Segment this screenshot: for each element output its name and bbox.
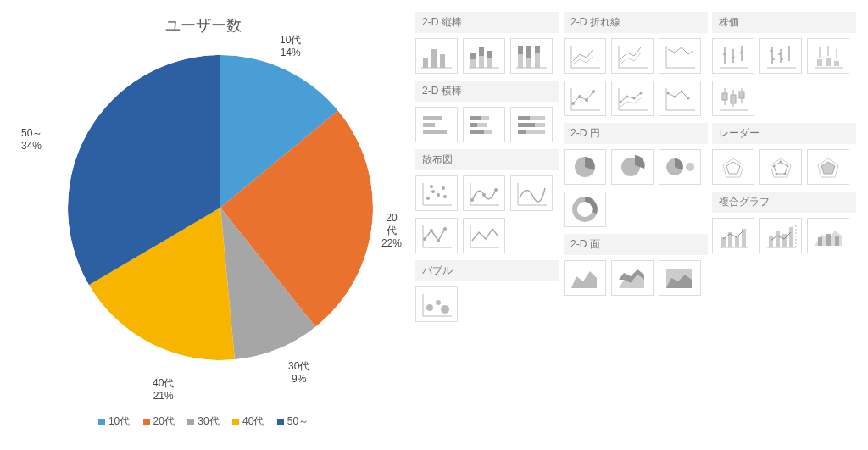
chart-type-scatter-lines[interactable] [415, 218, 458, 253]
section-header-bar2d: 2-D 縦棒 [415, 12, 559, 33]
svg-rect-19 [423, 123, 435, 127]
pie-icon [568, 153, 602, 181]
svg-point-34 [431, 190, 435, 193]
chart-type-scatter-smooth-nomarker[interactable] [510, 175, 553, 211]
svg-marker-97 [726, 162, 740, 174]
chart-type-stacked-column[interactable] [463, 38, 505, 74]
picker-col-3: 株価 レーダー 複合グラフ [712, 8, 856, 260]
chart-type-line-markers[interactable] [564, 81, 606, 116]
svg-point-38 [430, 185, 433, 188]
svg-rect-2 [440, 54, 445, 68]
svg-point-45 [443, 227, 447, 231]
chart-type-stock-ohlc[interactable] [760, 38, 802, 74]
slice-label-40s: 40代21% [153, 377, 174, 403]
chart-type-stacked-line-markers[interactable] [611, 81, 654, 116]
chart-type-100-stacked-line[interactable] [659, 38, 701, 74]
bubble-icon [420, 291, 453, 318]
scatter-icon [420, 180, 453, 207]
bar-chart-icon [420, 42, 453, 69]
chart-type-100-stacked-line-markers[interactable] [659, 81, 701, 116]
svg-point-46 [426, 304, 433, 311]
svg-rect-113 [776, 231, 780, 247]
svg-rect-25 [470, 130, 484, 134]
chart-type-100-stacked-column[interactable] [510, 38, 553, 74]
chart-type-clustered-column[interactable] [415, 38, 458, 74]
picker-col-1: 2-D 縦棒 2-D 横棒 散布図 バブル [415, 8, 559, 329]
svg-point-39 [470, 198, 474, 202]
chart-type-100-stacked-bar[interactable] [510, 107, 553, 142]
svg-point-40 [482, 193, 486, 197]
svg-rect-94 [739, 92, 744, 98]
chart-type-stacked-bar[interactable] [463, 107, 505, 142]
svg-point-33 [426, 197, 430, 200]
svg-rect-9 [487, 58, 492, 68]
chart-type-pie[interactable] [564, 149, 606, 185]
section-header-stock: 株価 [712, 12, 856, 33]
hbar-stacked-icon [467, 111, 501, 138]
chart-type-clustered-bar[interactable] [415, 107, 458, 142]
chart-type-combo-3[interactable] [807, 218, 849, 253]
svg-rect-5 [470, 59, 476, 68]
slice-label-30s: 30代9% [288, 360, 309, 386]
svg-point-57 [667, 92, 670, 95]
slice-label-10s: 10代14% [280, 34, 301, 59]
chart-type-stock-vohlc[interactable] [712, 81, 754, 116]
chart-type-stock-vhlc[interactable] [807, 38, 849, 74]
chart-type-stacked-area[interactable] [611, 260, 654, 296]
svg-marker-99 [774, 162, 787, 174]
svg-point-60 [687, 97, 690, 100]
svg-point-47 [436, 300, 441, 305]
full-stacked-bar-icon [515, 42, 548, 69]
svg-rect-20 [423, 130, 447, 134]
chart-type-stock-hlc[interactable] [712, 38, 754, 74]
pie-legend: 10代 20代 30代 40代 50～ [0, 414, 407, 429]
chart-type-combo-2[interactable] [760, 218, 802, 253]
svg-rect-21 [470, 116, 481, 120]
svg-rect-32 [526, 130, 545, 134]
radar-filled-icon [811, 153, 845, 181]
chart-type-radar-filled[interactable] [807, 149, 849, 185]
chart-type-doughnut[interactable] [564, 192, 606, 227]
svg-point-52 [592, 90, 595, 93]
scatter-smooth-icon [467, 180, 501, 207]
svg-rect-14 [526, 58, 531, 68]
chart-type-radar[interactable] [712, 149, 754, 185]
svg-point-36 [442, 186, 445, 190]
chart-type-scatter-lines-nomarker[interactable] [463, 218, 505, 253]
chart-type-radar-markers[interactable] [760, 149, 802, 185]
chart-type-pie-of-pie[interactable] [659, 149, 701, 185]
chart-type-line[interactable] [564, 38, 606, 74]
svg-point-55 [633, 97, 636, 100]
section-header-hbar2d: 2-D 横棒 [415, 81, 559, 102]
combo-3-icon [811, 222, 845, 249]
svg-rect-90 [722, 93, 727, 100]
combo-2-icon [764, 222, 798, 249]
chart-type-combo-1[interactable] [712, 218, 754, 253]
svg-rect-11 [518, 46, 523, 54]
svg-rect-119 [826, 234, 831, 246]
chart-type-scatter[interactable] [415, 175, 458, 211]
chart-type-bubble[interactable] [415, 286, 458, 322]
chart-type-100-stacked-area[interactable] [659, 260, 701, 296]
svg-point-37 [443, 195, 447, 198]
svg-point-53 [620, 101, 622, 103]
stacked-bar-icon [467, 42, 501, 69]
scatter-plain-line-icon [467, 222, 501, 249]
chart-type-stacked-line[interactable] [611, 38, 654, 74]
doughnut-icon [568, 196, 602, 223]
svg-point-50 [578, 95, 581, 98]
line-marker-icon [568, 85, 602, 112]
svg-rect-85 [817, 59, 822, 66]
line-icon [568, 42, 602, 69]
svg-marker-96 [723, 158, 743, 177]
chart-type-pie-exploded[interactable] [611, 149, 654, 185]
area-stacked-icon [615, 264, 649, 292]
svg-rect-16 [535, 53, 540, 68]
scatter-curve-icon [515, 180, 548, 207]
chart-type-scatter-smooth[interactable] [463, 175, 505, 211]
svg-rect-87 [834, 61, 839, 66]
svg-rect-26 [484, 130, 492, 134]
chart-type-area[interactable] [564, 260, 606, 296]
svg-rect-86 [826, 58, 831, 66]
svg-point-59 [681, 91, 683, 93]
